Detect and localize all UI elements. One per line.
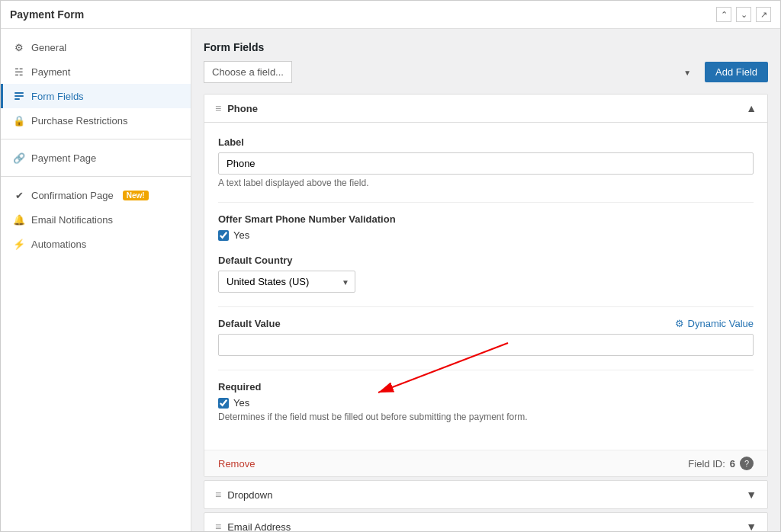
svg-rect-1 — [14, 95, 24, 97]
label-section-label: Label — [218, 136, 754, 148]
phone-card-header-right: ▲ — [746, 102, 757, 114]
payment-form-window: Payment Form ⌃ ⌄ ↗ ⚙ General ☵ Payment — [0, 0, 781, 532]
sidebar-label-email-notifications: Email Notifications — [31, 214, 113, 226]
lock-icon: 🔒 — [13, 114, 25, 127]
sidebar-label-general: General — [31, 42, 66, 53]
collapse-up-button[interactable]: ⌃ — [716, 7, 731, 22]
add-field-button[interactable]: Add Field — [705, 62, 768, 82]
divider-3 — [218, 370, 754, 370]
sidebar-item-purchase-restrictions[interactable]: 🔒 Purchase Restrictions — [1, 108, 191, 133]
sidebar-label-payment-page: Payment Page — [31, 152, 96, 164]
required-checkbox-label[interactable]: Yes — [233, 397, 249, 409]
title-bar-controls: ⌃ ⌄ ↗ — [716, 7, 771, 22]
phone-card-header-left: ≡ Phone — [215, 102, 258, 114]
bolt-icon: ⚡ — [13, 238, 25, 250]
dropdown-card-left: ≡ Dropdown — [215, 489, 272, 501]
divider-2 — [218, 306, 754, 307]
required-checkbox-row: Yes — [218, 397, 754, 409]
label-input[interactable] — [218, 152, 754, 175]
field-selector-wrapper: Choose a field... — [204, 61, 699, 83]
sidebar-item-confirmation-page[interactable]: ✔ Confirmation Page New! — [1, 183, 191, 207]
phone-card-footer: Remove Field ID: 6 ? — [204, 450, 767, 476]
email-address-card-header[interactable]: ≡ Email Address ▼ — [204, 513, 767, 531]
remove-link[interactable]: Remove — [218, 458, 255, 470]
field-id-info-button[interactable]: ? — [740, 457, 754, 470]
phone-field-card: ≡ Phone ▲ Label A text label displayed a… — [204, 94, 768, 477]
default-country-group: Default Country United States (US) Canad… — [218, 255, 754, 293]
window-title: Payment Form — [10, 8, 84, 21]
sidebar-item-automations[interactable]: ⚡ Automations — [1, 232, 191, 256]
phone-card-body: Label A text label displayed above the f… — [204, 123, 767, 450]
field-id-section: Field ID: 6 ? — [688, 457, 754, 470]
email-address-drag-icon: ≡ — [215, 521, 221, 531]
dynamic-value-gear-icon: ⚙ — [675, 318, 684, 329]
field-dropdown[interactable]: Choose a field... — [204, 61, 292, 83]
email-address-card-left: ≡ Email Address — [215, 521, 291, 531]
field-id-value: 6 — [730, 458, 735, 470]
label-group: Label A text label displayed above the f… — [218, 136, 754, 188]
check-circle-icon: ✔ — [13, 189, 25, 201]
sidebar-label-form-fields: Form Fields — [31, 91, 84, 102]
dropdown-card-title: Dropdown — [227, 489, 272, 501]
dropdown-drag-icon: ≡ — [215, 489, 221, 501]
expand-button[interactable]: ↗ — [756, 7, 771, 22]
required-help-text: Determines if the field must be filled o… — [218, 412, 754, 422]
sidebar-divider-2 — [1, 176, 191, 177]
dynamic-value-link[interactable]: ⚙ Dynamic Value — [675, 318, 754, 329]
dropdown-expand-button[interactable]: ▼ — [746, 489, 757, 501]
smart-phone-checkbox-row: Yes — [218, 229, 754, 241]
default-country-select-wrapper: United States (US) Canada United Kingdom… — [218, 271, 355, 293]
section-title: Form Fields — [204, 41, 768, 53]
dropdown-card-header[interactable]: ≡ Dropdown ▼ — [204, 481, 767, 508]
label-help-text: A text label displayed above the field. — [218, 178, 754, 188]
gear-icon: ⚙ — [13, 41, 25, 53]
sidebar-label-automations: Automations — [31, 239, 86, 250]
default-value-input[interactable] — [218, 334, 754, 356]
dropdown-field-card: ≡ Dropdown ▼ — [204, 480, 768, 509]
default-value-group: Default Value ⚙ Dynamic Value — [218, 318, 754, 356]
collapse-down-button[interactable]: ⌄ — [736, 7, 751, 22]
phone-collapse-button[interactable]: ▲ — [746, 102, 757, 114]
form-fields-icon — [13, 90, 25, 102]
title-bar: Payment Form ⌃ ⌄ ↗ — [1, 1, 780, 29]
sidebar-item-payment-page[interactable]: 🔗 Payment Page — [1, 146, 191, 170]
dynamic-value-text: Dynamic Value — [688, 318, 754, 329]
sidebar: ⚙ General ☵ Payment Form Fields 🔒 Purcha… — [1, 29, 191, 531]
svg-rect-0 — [14, 92, 24, 94]
email-address-field-card: ≡ Email Address ▼ — [204, 512, 768, 531]
email-address-expand-button[interactable]: ▼ — [746, 521, 757, 531]
sidebar-label-confirmation-page: Confirmation Page — [31, 190, 114, 201]
drag-handle-icon: ≡ — [215, 102, 221, 114]
smart-phone-group: Offer Smart Phone Number Validation Yes — [218, 213, 754, 241]
required-checkbox[interactable] — [218, 398, 229, 409]
sidebar-item-payment[interactable]: ☵ Payment — [1, 59, 191, 84]
default-country-select[interactable]: United States (US) Canada United Kingdom… — [218, 271, 355, 293]
bell-icon: 🔔 — [13, 213, 25, 226]
phone-card-header[interactable]: ≡ Phone ▲ — [204, 95, 767, 123]
divider-1 — [218, 202, 754, 203]
field-selector-row: Choose a field... Add Field — [204, 61, 768, 83]
svg-rect-2 — [14, 98, 20, 100]
content-area: Form Fields Choose a field... Add Field … — [191, 29, 780, 531]
payment-icon: ☵ — [13, 66, 25, 78]
default-value-label: Default Value — [218, 318, 281, 329]
new-badge: New! — [123, 191, 149, 200]
sidebar-item-general[interactable]: ⚙ General — [1, 35, 191, 59]
main-layout: ⚙ General ☵ Payment Form Fields 🔒 Purcha… — [1, 29, 780, 531]
email-address-card-title: Email Address — [227, 521, 291, 532]
smart-phone-label: Offer Smart Phone Number Validation — [218, 213, 754, 225]
link-icon: 🔗 — [13, 152, 25, 164]
phone-card-title: Phone — [227, 103, 258, 114]
sidebar-item-form-fields[interactable]: Form Fields — [1, 84, 191, 108]
sidebar-label-purchase-restrictions: Purchase Restrictions — [31, 115, 127, 127]
smart-phone-checkbox[interactable] — [218, 230, 229, 241]
sidebar-divider-1 — [1, 139, 191, 139]
sidebar-item-email-notifications[interactable]: 🔔 Email Notifications — [1, 207, 191, 232]
sidebar-label-payment: Payment — [31, 66, 70, 78]
required-section-label: Required — [218, 381, 754, 393]
smart-phone-checkbox-label[interactable]: Yes — [233, 229, 249, 241]
field-id-label: Field ID: — [688, 458, 725, 470]
required-group: Required Yes — [218, 381, 754, 422]
default-country-label: Default Country — [218, 255, 754, 266]
